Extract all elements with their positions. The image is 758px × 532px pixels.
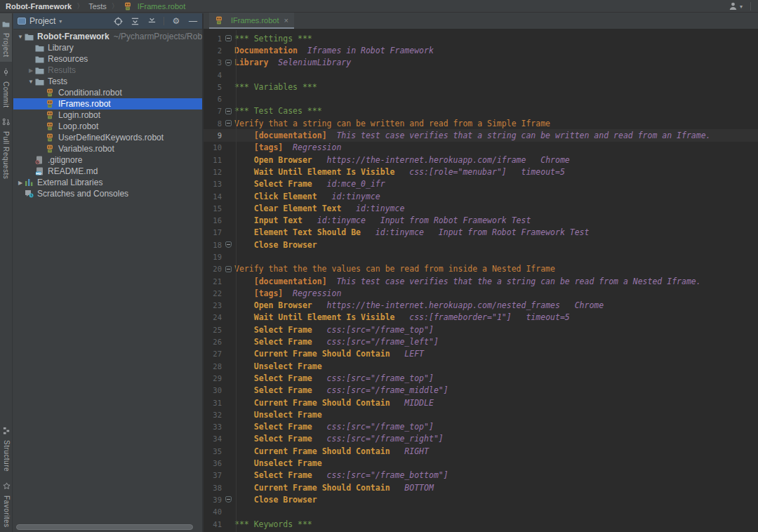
code-line-22[interactable]: 22 [tags] Regression xyxy=(204,287,758,299)
code-line-8[interactable]: 8Verify that a string can be written and… xyxy=(204,117,758,129)
tree-item-robot-framework[interactable]: ▼Robot-Framework~/PycharmProjects/Robot-… xyxy=(13,31,202,42)
code-line-36[interactable]: 36 Unselect Frame xyxy=(204,457,758,469)
tree-item-login-robot[interactable]: Login.robot xyxy=(13,109,202,121)
code-line-32[interactable]: 32 Unselect Frame xyxy=(204,408,758,420)
tree-item-external-libraries[interactable]: ▶External Libraries xyxy=(13,177,202,188)
code-line-11[interactable]: 11 Open Browser https://the-internet.her… xyxy=(204,154,758,166)
fold-start-icon[interactable] xyxy=(225,120,232,126)
code-line-40[interactable]: 40 xyxy=(204,506,758,518)
code-line-28[interactable]: 28 Unselect Frame xyxy=(204,360,758,372)
code-line-23[interactable]: 23 Open Browser https://the-internet.her… xyxy=(204,300,758,312)
code-line-20[interactable]: 20Verify that the the values can be read… xyxy=(204,263,758,275)
settings-gear-icon[interactable]: ⚙ xyxy=(171,16,181,26)
folder-icon xyxy=(35,55,45,63)
code-text: Unselect Frame xyxy=(234,361,322,371)
project-tree: ▼Robot-Framework~/PycharmProjects/Robot-… xyxy=(13,31,202,522)
code-line-26[interactable]: 26 Select Frame css:[src="/frame_left"] xyxy=(204,335,758,347)
tool-stripe-button-favorites[interactable]: Favorites xyxy=(0,476,13,532)
chevron-right-icon[interactable]: ▶ xyxy=(16,180,25,186)
tree-item-scratches-and-consoles[interactable]: Scratches and Consoles xyxy=(13,188,202,199)
expand-all-icon[interactable] xyxy=(130,16,140,26)
code-line-31[interactable]: 31 Current Frame Should Contain MIDDLE xyxy=(204,397,758,408)
tree-item-label: Resources xyxy=(48,54,88,64)
code-line-38[interactable]: 38 Current Frame Should Contain BOTTOM xyxy=(204,481,758,493)
code-line-21[interactable]: 21 [documentation] This test case verifi… xyxy=(204,275,758,287)
code-line-15[interactable]: 15 Clear Element Text id:tinymce xyxy=(204,202,758,214)
code-line-25[interactable]: 25 Select Frame css:[src="/frame_top"] xyxy=(204,324,758,335)
code-line-27[interactable]: 27 Current Frame Should Contain LEFT xyxy=(204,348,758,360)
fold-start-icon[interactable] xyxy=(225,266,232,272)
fold-end-icon[interactable] xyxy=(225,496,232,503)
breadcrumb-project[interactable]: Robot-Framework xyxy=(6,2,72,11)
code-line-7[interactable]: 7*** Test Cases *** xyxy=(204,105,758,117)
code-line-14[interactable]: 14 Click Element id:tinymce xyxy=(204,190,758,202)
tool-stripe-button-pull-requests[interactable]: Pull Requests xyxy=(0,112,12,183)
code-line-39[interactable]: 39 Close Browser xyxy=(204,493,758,505)
chevron-down-icon[interactable]: ▾ xyxy=(740,4,743,10)
tab-iframes-robot[interactable]: IFrames.robot × xyxy=(209,13,294,29)
fold-start-icon[interactable] xyxy=(225,108,232,114)
chevron-down-icon[interactable]: ▼ xyxy=(27,79,35,85)
line-number: 16 xyxy=(204,216,222,225)
project-view-icon xyxy=(18,18,26,25)
robot-file-icon xyxy=(46,122,55,131)
tree-item-readme-md[interactable]: MDREADME.md xyxy=(13,166,202,177)
code-line-9[interactable]: 9 [documentation] This test case verifie… xyxy=(204,129,758,141)
user-account-icon[interactable] xyxy=(729,1,738,12)
tree-item-results[interactable]: ▶Results xyxy=(13,65,202,76)
code-line-16[interactable]: 16 Input Text id:tinymce Input from Robo… xyxy=(204,214,758,226)
fold-end-icon[interactable] xyxy=(225,241,232,248)
code-line-3[interactable]: 3Library SeleniumLibrary xyxy=(204,57,758,69)
code-line-34[interactable]: 34 Select Frame css:[src="/frame_right"] xyxy=(204,433,758,445)
tree-item-resources[interactable]: Resources xyxy=(13,53,202,65)
code-line-5[interactable]: 5*** Variables *** xyxy=(204,81,758,93)
tree-item-library[interactable]: Library xyxy=(13,42,202,53)
code-line-6[interactable]: 6 xyxy=(204,93,758,105)
code-line-12[interactable]: 12 Wait Until Element Is Visible css:[ro… xyxy=(204,166,758,178)
tool-stripe-button-project[interactable]: Project xyxy=(0,13,12,62)
chevron-down-icon[interactable]: ▼ xyxy=(16,34,25,40)
code-editor[interactable]: 1*** Settings ***2Documentation Iframes … xyxy=(204,30,758,532)
commit-icon xyxy=(2,66,10,79)
tree-item-conditional-robot[interactable]: Conditional.robot xyxy=(13,87,202,98)
horizontal-scrollbar-thumb[interactable] xyxy=(16,524,193,530)
tree-item-iframes-robot[interactable]: IFrames.robot xyxy=(13,98,202,109)
code-line-1[interactable]: 1*** Settings *** xyxy=(204,32,758,44)
tool-stripe-button-commit[interactable]: Commit xyxy=(0,62,12,112)
project-view-selector[interactable]: Project ▾ xyxy=(18,16,113,26)
tree-item--gitignore[interactable]: .gitignore xyxy=(13,154,202,166)
tree-item-userdefinedkeywords-robot[interactable]: UserDefinedKeywords.robot xyxy=(13,132,202,143)
tree-item-loop-robot[interactable]: Loop.robot xyxy=(13,121,202,132)
code-line-19[interactable]: 19 xyxy=(204,251,758,262)
fold-start-icon[interactable] xyxy=(225,35,232,41)
code-line-30[interactable]: 30 Select Frame css:[src="/frame_middle"… xyxy=(204,385,758,397)
code-line-35[interactable]: 35 Current Frame Should Contain RIGHT xyxy=(204,445,758,457)
collapse-all-icon[interactable] xyxy=(147,16,157,26)
fold-end-icon[interactable] xyxy=(225,60,232,66)
code-line-18[interactable]: 18 Close Browser xyxy=(204,239,758,251)
code-line-24[interactable]: 24 Wait Until Element Is Visible css:[fr… xyxy=(204,312,758,324)
tree-item-variables-robot[interactable]: Variables.robot xyxy=(13,143,202,154)
tree-item-tests[interactable]: ▼Tests xyxy=(13,76,202,87)
breadcrumb-tests[interactable]: Tests xyxy=(88,2,107,11)
code-line-17[interactable]: 17 Element Text Should Be id:tinymce Inp… xyxy=(204,227,758,239)
code-line-29[interactable]: 29 Select Frame css:[src="/frame_top"] xyxy=(204,372,758,384)
chevron-right-icon[interactable]: ▶ xyxy=(27,67,35,74)
code-line-13[interactable]: 13 Select Frame id:mce_0_ifr xyxy=(204,178,758,190)
code-line-4[interactable]: 4 xyxy=(204,69,758,81)
code-line-33[interactable]: 33 Select Frame css:[src="/frame_top"] xyxy=(204,421,758,433)
hide-panel-icon[interactable]: — xyxy=(188,16,198,26)
tool-stripe-button-structure[interactable]: Structure xyxy=(0,420,13,476)
code-line-37[interactable]: 37 Select Frame css:[src="/frame_bottom"… xyxy=(204,470,758,481)
close-icon[interactable]: × xyxy=(284,16,288,25)
code-line-10[interactable]: 10 [tags] Regression xyxy=(204,142,758,154)
code-line-2[interactable]: 2Documentation Iframes in Robot Framewor… xyxy=(204,44,758,56)
breadcrumb-file[interactable]: IFrames.robot xyxy=(138,2,185,11)
breadcrumb-bar: Robot-Framework 〉 Tests 〉 IFrames.robot … xyxy=(0,0,758,13)
code-line-41[interactable]: 41*** Keywords *** xyxy=(204,518,758,530)
code-text: Click Element id:tinymce xyxy=(234,192,380,201)
editor-tab-bar: IFrames.robot × xyxy=(204,13,758,29)
robot-file-icon xyxy=(46,88,55,97)
tool-stripe-label: Commit xyxy=(2,81,10,107)
locate-icon[interactable] xyxy=(113,16,123,26)
